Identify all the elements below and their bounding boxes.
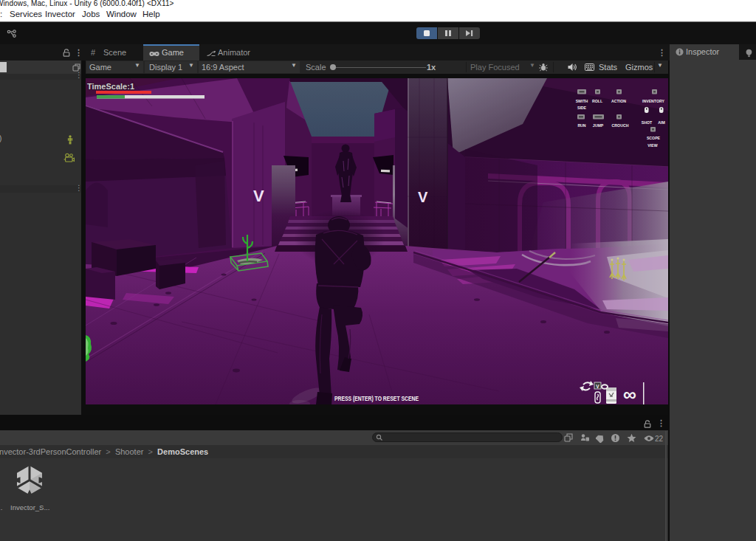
svg-text:V: V	[418, 189, 428, 205]
svg-text:ROLL: ROLL	[592, 99, 603, 103]
svg-text:VIEW: VIEW	[647, 143, 657, 148]
svg-text:V: V	[253, 187, 264, 205]
svg-text:PRESS (ENTER) TO RESET SCENE: PRESS (ENTER) TO RESET SCENE	[334, 395, 419, 402]
svg-text:INVENTORY: INVENTORY	[642, 99, 665, 103]
svg-text:ACTION: ACTION	[611, 99, 626, 103]
svg-text:CROUCH: CROUCH	[612, 123, 629, 128]
svg-text:SWITH: SWITH	[576, 99, 588, 103]
svg-text:SHOT: SHOT	[642, 120, 653, 125]
svg-text:SCOPE: SCOPE	[647, 136, 661, 140]
svg-text:V: V	[596, 384, 599, 389]
svg-text:∞: ∞	[623, 384, 636, 404]
svg-text:JUMP: JUMP	[593, 123, 604, 128]
svg-text:AIM: AIM	[658, 120, 665, 125]
svg-text:SIDE: SIDE	[577, 106, 587, 110]
svg-text:RUN: RUN	[577, 123, 585, 128]
svg-text:TimeScale:1: TimeScale:1	[87, 82, 134, 91]
